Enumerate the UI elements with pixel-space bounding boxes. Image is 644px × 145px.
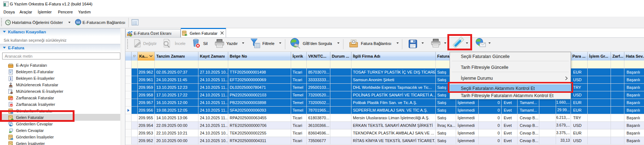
- svg-text:@: @: [10, 104, 13, 107]
- svg-text:@: @: [10, 97, 13, 100]
